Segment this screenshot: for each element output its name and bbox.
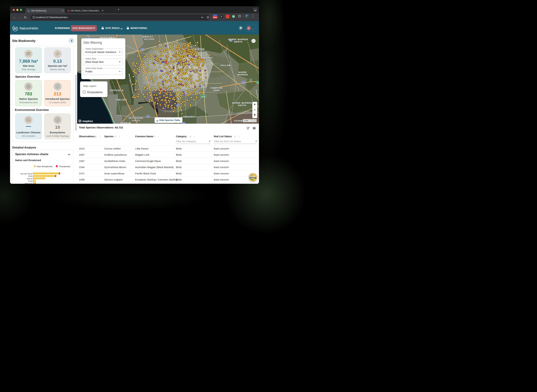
- svg-text:M1: M1: [257, 82, 259, 83]
- svg-text:Pillars Rd: Pillars Rd: [143, 82, 151, 84]
- svg-text:HALLAM: HALLAM: [221, 64, 231, 67]
- svg-text:6: 6: [147, 116, 148, 117]
- svg-text:CARRUM: CARRUM: [120, 122, 131, 124]
- svg-text:NARRE: NARRE: [238, 71, 247, 74]
- svg-text:WARREN: WARREN: [237, 74, 248, 76]
- svg-text:PARK: PARK: [213, 89, 220, 92]
- svg-text:EDITHVALE: EDITHVALE: [110, 89, 124, 92]
- svg-text:CHELSEA: CHELSEA: [116, 99, 127, 101]
- svg-text:NARRE WARREN: NARRE WARREN: [232, 102, 252, 104]
- svg-text:HAMPTON: HAMPTON: [211, 87, 222, 89]
- svg-text:DINGLEY: DINGLEY: [142, 36, 153, 38]
- svg-text:49: 49: [141, 49, 143, 51]
- svg-text:1: 1: [250, 79, 251, 81]
- svg-text:VILLAGE: VILLAGE: [144, 38, 155, 40]
- svg-text:LYNDHURST: LYNDHURST: [181, 116, 196, 118]
- svg-text:NORTH: NORTH: [234, 41, 242, 43]
- svg-text:M780: M780: [202, 96, 205, 97]
- svg-text:NARRE WARREN: NARRE WARREN: [228, 38, 248, 41]
- svg-text:LAKES: LAKES: [132, 119, 140, 122]
- svg-text:SOUTH: SOUTH: [238, 104, 246, 107]
- svg-text:12: 12: [242, 82, 244, 84]
- svg-text:PATTERSON: PATTERSON: [129, 117, 143, 119]
